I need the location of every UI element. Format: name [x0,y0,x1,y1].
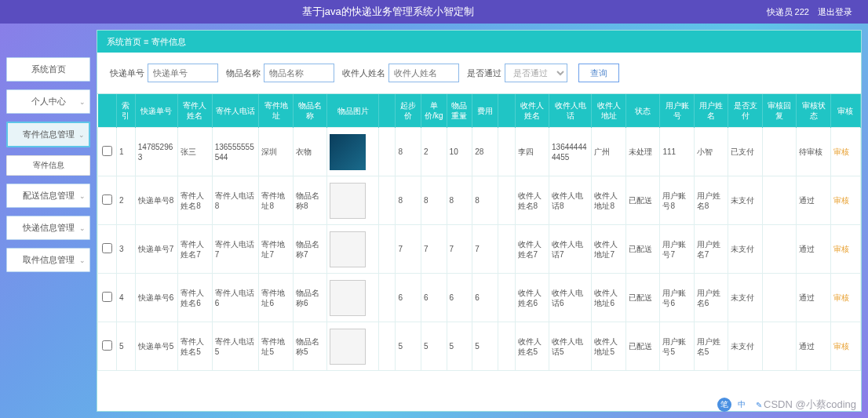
row-checkbox[interactable] [102,292,112,302]
cell-img [327,128,378,176]
cell-op: 审核 [830,128,860,176]
cell-sname: 寄件人姓名8 [178,176,212,225]
sidebar: 系统首页个人中心⌄寄件信息管理⌄寄件信息配送信息管理⌄快递信息管理⌄取件信息管理… [6,30,97,412]
col-header: 用户姓名 [694,94,728,128]
cell-img [327,322,378,371]
audit-link[interactable]: 审核 [833,245,849,253]
cell-p1: 8 [396,128,421,176]
breadcrumb-home[interactable]: 系统首页 [107,36,141,48]
cell-p1: 8 [396,176,421,225]
sidebar-item-4[interactable]: 配送信息管理⌄ [6,184,90,208]
cell-ck [98,225,117,274]
cell-rphone: 收件人电话7 [549,225,592,274]
cell-op: 审核 [830,176,860,225]
audit-link[interactable]: 审核 [833,196,849,205]
sidebar-item-3[interactable]: 寄件信息 [6,155,90,176]
cell-idx: 3 [116,225,135,274]
breadcrumb-sep: ≡ [144,37,148,46]
cell-goods: 物品名称8 [293,176,326,225]
goods-image[interactable] [330,134,366,170]
cell-acc: 用户账号5 [660,322,694,371]
cell-op: 审核 [830,225,860,274]
row-checkbox[interactable] [102,146,112,156]
cell-sphone: 寄件人电话7 [212,225,259,274]
cell-p2: 6 [421,274,447,322]
col-header: 审核 [830,94,860,128]
cell-idx: 4 [116,274,135,322]
user-area: 快递员 222 退出登录 [760,6,852,18]
cell-saddr: 寄件地址5 [259,322,293,371]
cell-no: 快递单号6 [135,274,177,322]
cell-p2: 5 [421,322,447,371]
audit-link[interactable]: 审核 [833,147,849,156]
cell-no: 快递单号7 [135,225,177,274]
cell-uname: 用户姓名8 [694,176,728,225]
col-header: 索引 [116,94,135,128]
sidebar-item-2[interactable]: 寄件信息管理⌄ [6,122,90,147]
cell-audit: 待审核 [797,128,830,176]
table-body: 1147852963张三136555555544深圳衣物821028李四1364… [98,128,861,371]
cell-audit: 通过 [797,225,830,274]
cell-pay: 已支付 [728,128,762,176]
table-wrap[interactable]: 索引快递单号寄件人姓名寄件人电话寄件地址物品名称物品图片起步价单价/kg物品重量… [97,93,861,411]
logout-link[interactable]: 退出登录 [818,7,852,16]
sidebar-item-5[interactable]: 快递信息管理⌄ [6,216,90,240]
cell-audit: 通过 [797,274,830,322]
search-button[interactable]: 查询 [578,64,619,82]
goods-image[interactable] [330,329,366,365]
cell-acc: 用户账号6 [660,274,694,322]
col-header: 状态 [625,94,659,128]
breadcrumb-current: 寄件信息 [151,36,186,48]
col-header [378,94,396,128]
filter-label-goods: 物品名称 [226,67,261,79]
cell-op: 审核 [830,322,860,371]
filter-input-recipient[interactable] [388,64,459,82]
goods-image[interactable] [330,183,366,219]
sidebar-item-0[interactable]: 系统首页 [6,57,90,82]
float-icon[interactable]: 中 [735,398,749,412]
col-header: 收件人电话 [549,94,592,128]
cell-rphone: 收件人电话8 [549,176,592,225]
cell-sname: 张三 [178,128,212,176]
cell-idx: 1 [116,128,135,176]
float-icon[interactable]: ✎ [752,398,766,412]
cell-p1: 6 [396,274,421,322]
cell-p2: 7 [421,225,447,274]
goods-image[interactable] [330,280,366,316]
cell-wt: 5 [447,322,472,371]
goods-image[interactable] [330,231,366,267]
audit-link[interactable]: 审核 [833,293,849,302]
table-row: 5快递单号5寄件人姓名5寄件人电话5寄件地址5物品名称55555收件人姓名5收件… [98,322,861,371]
float-toolbar[interactable]: 笔 中 ✎ [717,398,766,412]
audit-link[interactable]: 审核 [833,342,849,351]
filter-input-goods[interactable] [264,64,334,82]
cell-sphone: 寄件人电话8 [212,176,259,225]
cell-p1: 7 [396,225,421,274]
cell-raddr: 收件人地址6 [592,274,625,322]
cell-no: 快递单号5 [135,322,177,371]
cell-p2: 2 [421,128,447,176]
row-checkbox[interactable] [102,194,112,205]
row-checkbox[interactable] [102,243,112,253]
float-icon[interactable]: 笔 [717,398,731,412]
cell-reply [762,322,796,371]
cell-reply [762,225,796,274]
col-header: 寄件人电话 [212,94,259,128]
cell-sphone: 寄件人电话6 [212,274,259,322]
cell-goods: 衣物 [293,128,326,176]
filter-select-approved[interactable]: 是否通过 [505,64,567,82]
cell-status: 已配送 [625,274,659,322]
cell-rname: 收件人姓名6 [515,274,549,322]
filter-input-orderno[interactable] [148,64,218,82]
main-content: 系统首页 ≡ 寄件信息 快递单号 物品名称 收件人姓名 是否通过 是否通过 查询… [97,30,862,412]
row-checkbox[interactable] [102,340,112,351]
cell-img [327,176,378,225]
cell-sphone: 寄件人电话5 [212,322,259,371]
data-table: 索引快递单号寄件人姓名寄件人电话寄件地址物品名称物品图片起步价单价/kg物品重量… [97,94,861,371]
cell-img [327,225,378,274]
cell-uname: 用户姓名6 [694,274,728,322]
cell-acc: 用户账号7 [660,225,694,274]
chevron-down-icon: ⌄ [79,256,86,264]
sidebar-item-1[interactable]: 个人中心⌄ [6,89,90,114]
sidebar-item-6[interactable]: 取件信息管理⌄ [6,248,90,272]
